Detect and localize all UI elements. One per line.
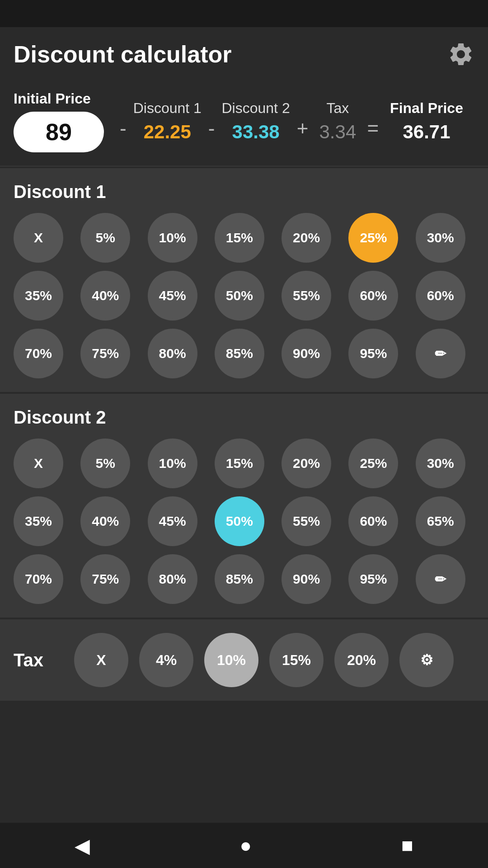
discount1-grid-btn-6[interactable]: 30% <box>416 213 465 263</box>
tax-section: Tax X4%10%15%20%⚙ <box>0 619 488 701</box>
discount2-grid-btn-18[interactable]: 90% <box>282 554 331 604</box>
tax-btn-4[interactable]: 20% <box>334 633 389 687</box>
app-title: Discount calculator <box>14 41 232 68</box>
back-icon: ◀ <box>75 834 90 857</box>
tax-btn-5[interactable]: ⚙ <box>399 633 454 687</box>
tax-value: 3.34 <box>319 121 357 143</box>
discount2-grid-btn-1[interactable]: 5% <box>80 439 130 488</box>
discount2-grid-btn-14[interactable]: 70% <box>14 554 63 604</box>
discount2-grid-btn-13[interactable]: 65% <box>416 496 465 546</box>
discount1-section: Discount 1 X5%10%15%20%25%30%35%40%45%50… <box>0 168 488 392</box>
discount1-grid-btn-13[interactable]: 60% <box>416 271 465 321</box>
discount2-value: 33.38 <box>232 121 280 143</box>
discount1-grid-btn-2[interactable]: 10% <box>148 213 197 263</box>
gear-icon-header <box>447 41 474 68</box>
status-bar <box>0 0 488 27</box>
back-button[interactable]: ◀ <box>75 834 90 857</box>
discount1-grid-btn-20[interactable]: ✏ <box>416 329 465 378</box>
tax-section-title: Tax <box>14 650 59 670</box>
home-button[interactable]: ● <box>239 834 252 857</box>
recents-icon: ■ <box>401 834 413 857</box>
discount2-col: Discount 2 33.38 <box>222 100 290 143</box>
discount2-grid-btn-8[interactable]: 40% <box>80 496 130 546</box>
discount1-value: 22.25 <box>144 121 191 143</box>
initial-price-input[interactable] <box>14 112 104 152</box>
discount1-grid-btn-18[interactable]: 90% <box>282 329 331 378</box>
discount2-grid-btn-0[interactable]: X <box>14 439 63 488</box>
header: Discount calculator <box>0 27 488 81</box>
discount2-section-title: Discount 2 <box>14 407 474 428</box>
tax-label-header: Tax <box>326 100 349 117</box>
discount2-grid: X5%10%15%20%25%30%35%40%45%50%55%60%65%7… <box>14 439 474 604</box>
discount1-grid-btn-1[interactable]: 5% <box>80 213 130 263</box>
tax-btn-1[interactable]: 4% <box>139 633 193 687</box>
discount1-grid-btn-9[interactable]: 45% <box>148 271 197 321</box>
discount2-label: Discount 2 <box>222 100 290 117</box>
discount2-grid-btn-3[interactable]: 15% <box>215 439 264 488</box>
discount2-grid-btn-16[interactable]: 80% <box>148 554 197 604</box>
discount1-grid-btn-3[interactable]: 15% <box>215 213 264 263</box>
discount2-grid-btn-15[interactable]: 75% <box>80 554 130 604</box>
discount1-grid-btn-19[interactable]: 95% <box>348 329 398 378</box>
discount2-section: Discount 2 X5%10%15%20%25%30%35%40%45%50… <box>0 394 488 618</box>
initial-price-col: Initial Price <box>14 90 104 152</box>
discount2-grid-btn-19[interactable]: 95% <box>348 554 398 604</box>
recents-button[interactable]: ■ <box>401 834 413 857</box>
tax-btn-2[interactable]: 10% <box>204 633 258 687</box>
discount1-grid-btn-4[interactable]: 20% <box>282 213 331 263</box>
discount2-grid-btn-17[interactable]: 85% <box>215 554 264 604</box>
discount2-grid-btn-2[interactable]: 10% <box>148 439 197 488</box>
tax-operator: + <box>290 117 315 140</box>
tax-btn-0[interactable]: X <box>74 633 128 687</box>
tax-col: Tax 3.34 <box>315 100 360 143</box>
final-price-label: Final Price <box>390 100 463 117</box>
discount2-grid-btn-4[interactable]: 20% <box>282 439 331 488</box>
price-row: Initial Price - Discount 1 22.25 - Disco… <box>0 81 488 166</box>
discount1-grid: X5%10%15%20%25%30%35%40%45%50%55%60%60%7… <box>14 213 474 378</box>
discount1-grid-btn-5[interactable]: 25% <box>348 213 398 263</box>
discount2-grid-btn-5[interactable]: 25% <box>348 439 398 488</box>
nav-bar: ◀ ● ■ <box>0 823 488 868</box>
final-price-value: 36.71 <box>403 121 450 143</box>
settings-button[interactable] <box>447 41 474 68</box>
discount1-grid-btn-17[interactable]: 85% <box>215 329 264 378</box>
discount1-grid-btn-12[interactable]: 60% <box>348 271 398 321</box>
tax-btn-3[interactable]: 15% <box>269 633 324 687</box>
initial-price-label: Initial Price <box>14 90 91 107</box>
equals-sign: = <box>360 117 385 140</box>
discount1-grid-btn-7[interactable]: 35% <box>14 271 63 321</box>
discount2-grid-btn-9[interactable]: 45% <box>148 496 197 546</box>
discount1-section-title: Discount 1 <box>14 182 474 202</box>
discount1-grid-btn-0[interactable]: X <box>14 213 63 263</box>
discount1-grid-btn-8[interactable]: 40% <box>80 271 130 321</box>
discount1-grid-btn-14[interactable]: 70% <box>14 329 63 378</box>
discount1-operator: - <box>113 117 133 140</box>
tax-grid: X4%10%15%20%⚙ <box>74 633 454 687</box>
discount2-operator: - <box>202 117 222 140</box>
discount1-grid-btn-11[interactable]: 55% <box>282 271 331 321</box>
discount1-label: Discount 1 <box>133 100 202 117</box>
discount2-grid-btn-10[interactable]: 50% <box>215 496 264 546</box>
discount2-grid-btn-11[interactable]: 55% <box>282 496 331 546</box>
discount1-grid-btn-10[interactable]: 50% <box>215 271 264 321</box>
discount1-grid-btn-15[interactable]: 75% <box>80 329 130 378</box>
final-price-col: Final Price 36.71 <box>390 100 463 143</box>
discount2-grid-btn-6[interactable]: 30% <box>416 439 465 488</box>
home-icon: ● <box>239 834 252 857</box>
discount1-col: Discount 1 22.25 <box>133 100 202 143</box>
discount2-grid-btn-12[interactable]: 60% <box>348 496 398 546</box>
discount2-grid-btn-20[interactable]: ✏ <box>416 554 465 604</box>
discount2-grid-btn-7[interactable]: 35% <box>14 496 63 546</box>
discount1-grid-btn-16[interactable]: 80% <box>148 329 197 378</box>
